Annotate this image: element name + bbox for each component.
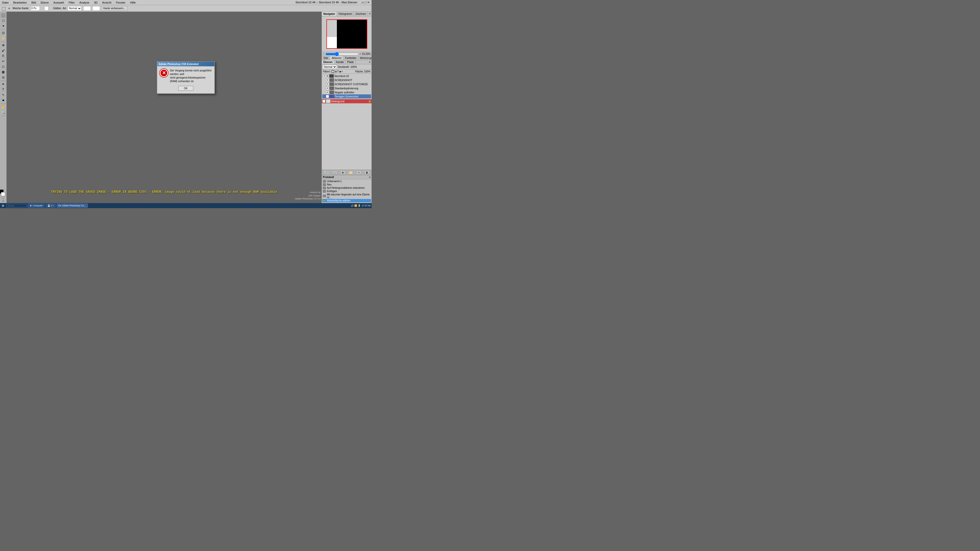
tab-ebenen[interactable]: Ebenen [322, 60, 334, 64]
tab-kanaele[interactable]: Kanäle [334, 60, 345, 64]
tab-aktionen[interactable]: Aktionen [330, 56, 343, 60]
lasso-tool[interactable]: ⬡ [1, 18, 6, 23]
prot-item-einfuegen[interactable]: Einfügen [322, 189, 371, 193]
zoom-tool[interactable]: 🔍 [1, 110, 6, 115]
tool-mode-icon[interactable]: ⬚ [2, 6, 6, 11]
filter-shape-icon[interactable]: ■ [339, 70, 341, 73]
feather-input2[interactable] [92, 6, 100, 11]
computer-icon: 🖥 [30, 204, 32, 207]
history-brush-tool[interactable]: ↩ [1, 59, 6, 64]
menu-datei[interactable]: Datei [1, 1, 10, 4]
layer-item-stormlord10[interactable]: 👁 ▼ Stormlord 10 [322, 74, 371, 78]
pen-tool[interactable]: ✒ [1, 82, 6, 87]
tab-werkzeugvorgabe[interactable]: Werkzeugvorgabe [358, 56, 372, 60]
taskbar-btn-photoshop[interactable]: Ps Adobe Photoshop CS... [57, 203, 88, 208]
layer-visibility-terragen-screenshot[interactable]: 👁 [326, 95, 329, 98]
quick-mask-mode[interactable]: ⬚ [2, 197, 4, 200]
zoom-slider[interactable] [325, 53, 358, 56]
layer-visibility-screenshot[interactable]: 👁 [326, 79, 329, 82]
filter-adjust-icon[interactable]: ⊕ [335, 70, 337, 73]
layer-new-icon[interactable]: + [356, 170, 361, 175]
path-selection-tool[interactable]: ↖ [1, 92, 6, 97]
menu-auswahl[interactable]: Auswahl [52, 1, 65, 4]
layer-mask-icon[interactable]: ⬚ [332, 170, 337, 175]
opacity-value[interactable]: 100% [350, 65, 357, 68]
art-select[interactable]: Normal [68, 6, 82, 11]
filter-text-icon[interactable]: T [337, 70, 339, 73]
window-controls[interactable]: ▭ □ ✕ [360, 1, 371, 4]
menu-3d[interactable]: 3D [93, 1, 99, 4]
zoom-out-icon[interactable]: − [323, 52, 325, 56]
layer-folder-icon[interactable]: 📁 [348, 170, 353, 175]
zoom-in-icon[interactable]: + [360, 52, 361, 56]
gradient-tool[interactable]: ▦ [1, 69, 6, 75]
glaetten-checkbox[interactable] [41, 6, 52, 11]
tab-navigator[interactable]: Navigator [322, 12, 337, 16]
background-color[interactable] [1, 192, 5, 196]
brush-tool[interactable]: 🖌 [1, 48, 6, 53]
layer-visibility-stormlord10[interactable]: 👁 [323, 75, 326, 78]
stamp-tool[interactable]: ⎘ [1, 53, 6, 59]
type-tool[interactable]: T [1, 87, 6, 92]
tab-pfade[interactable]: Pfade [345, 60, 355, 64]
tab-histogramm[interactable]: Histogramm [337, 12, 354, 16]
layers-panel-menu[interactable]: ≡ [368, 60, 372, 64]
crop-tool[interactable]: ⊡ [1, 30, 6, 35]
ok-button[interactable]: OK [178, 86, 193, 91]
weiche-kante-input[interactable] [30, 6, 40, 11]
taskbar-btn-computer[interactable]: 🖥 Computer [28, 203, 45, 208]
search-input[interactable] [6, 204, 27, 207]
filter-type-icon[interactable]: 🔲 [331, 70, 334, 73]
start-button[interactable]: ⊞ [1, 204, 5, 207]
menu-analyse[interactable]: Analyse [78, 1, 90, 4]
tab-farbfelder[interactable]: Farbfelder [343, 56, 358, 60]
blur-tool[interactable]: ◎ [1, 75, 6, 80]
kante-verbessern-button[interactable]: Kante verbessern... [102, 6, 127, 11]
hand-tool[interactable]: ✋ [1, 105, 6, 110]
add-mode-icon[interactable]: ＋ [7, 6, 11, 11]
menu-ansicht[interactable]: Ansicht [101, 1, 112, 4]
layer-visibility-standardoptimierung[interactable]: 👁 [326, 87, 329, 90]
eraser-tool[interactable]: ◻ [1, 64, 6, 69]
prot-item-arbeitsflaeche[interactable]: Arbeitsfläche wählen [322, 199, 371, 202]
panel-menu-icon[interactable]: ≡ [368, 12, 372, 16]
layer-delete-icon[interactable]: 🗑 [364, 170, 369, 175]
taskbar-btn-c-drive[interactable]: 💾 C:\ [46, 203, 56, 208]
magic-wand-tool[interactable]: ✦ [1, 24, 6, 29]
healing-brush-tool[interactable]: ⊕ [1, 43, 6, 48]
layer-item-negativ-aufhellen[interactable]: 👁 Negativ aufhellen [322, 90, 371, 94]
layer-item-screenshot-customize[interactable]: 👁 SCREENSHOT CUSTOMIZE [322, 82, 371, 86]
layer-item-terragen-screenshot[interactable]: 👁 Terragen Screenshot [322, 94, 371, 98]
protokoll-menu-icon[interactable]: ≡ [369, 176, 371, 179]
weiche-kante-label: Weiche Kante: [13, 7, 29, 10]
screen-mode[interactable]: ▭ [2, 200, 4, 202]
slice-tool[interactable]: ⚡ [1, 36, 6, 41]
tab-zeichnen[interactable]: Zeichnen [354, 12, 368, 16]
layer-adjustment-icon[interactable]: ⊕ [340, 170, 345, 175]
prot-item-neu[interactable]: Neu [322, 183, 371, 186]
blend-mode-select[interactable]: Normal [323, 65, 337, 69]
tab-stile[interactable]: Stile [322, 56, 330, 60]
layer-link-icon[interactable]: 🔗 [324, 170, 329, 175]
prot-item-unbenannt[interactable]: Unbenannt-1 [322, 179, 371, 183]
layer-item-screenshot[interactable]: 👁 SCREENSHOT [322, 78, 371, 82]
prot-item-reduzieren[interactable]: Auf Hintergrundebene reduzieren [322, 186, 371, 189]
feather-input[interactable] [83, 6, 91, 11]
filter-add-icon[interactable]: + [342, 70, 343, 73]
menu-bild[interactable]: Bild [30, 1, 37, 4]
layer-item-standardoptimierung[interactable]: 👁 Standardoptimierung [322, 86, 371, 90]
shape-tool[interactable]: ■ [1, 98, 6, 103]
layer-item-hintergrund[interactable]: 👁 Hintergrund 🔒 [322, 99, 372, 103]
layer-visibility-hintergrund[interactable]: 👁 [322, 100, 325, 103]
layer-visibility-screenshot-customize[interactable]: 👁 [326, 83, 329, 86]
expand-arrow-stormlord10[interactable]: ▼ [326, 75, 328, 77]
menu-filter[interactable]: Filter [68, 1, 76, 4]
fill-value[interactable]: 100% [364, 70, 371, 73]
menu-ebene[interactable]: Ebene [40, 1, 50, 4]
menu-hilfe[interactable]: Hilfe [129, 1, 137, 4]
menu-bearbeiten[interactable]: Bearbeiten [12, 1, 28, 4]
prot-item-merge[interactable]: Mit darunter liegender auf eine Ebene re… [322, 193, 371, 199]
selection-tool[interactable]: ⬚ [1, 13, 6, 18]
layer-visibility-negativ-aufhellen[interactable]: 👁 [326, 91, 329, 94]
menu-fenster[interactable]: Fenster [115, 1, 126, 4]
